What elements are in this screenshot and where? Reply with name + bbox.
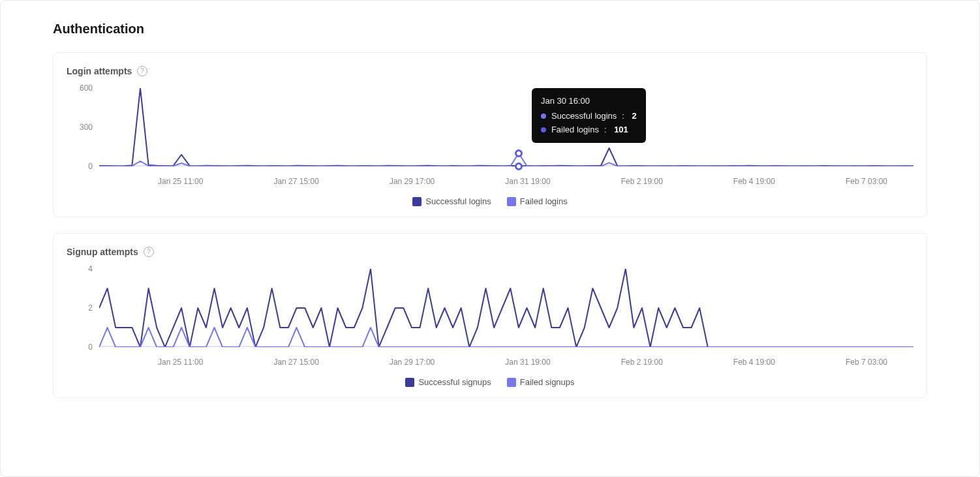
content: Authentication Login attempts ? 600 300 … [1, 1, 979, 435]
x-tick: Feb 4 19:00 [733, 358, 775, 367]
x-axis: Jan 25 11:00 Jan 27 15:00 Jan 29 17:00 J… [99, 177, 913, 186]
legend-item[interactable]: Successful logins [412, 196, 491, 206]
help-icon[interactable]: ? [144, 247, 154, 257]
legend-label: Failed signups [520, 377, 575, 387]
y-tick: 0 [88, 162, 93, 171]
help-icon[interactable]: ? [137, 66, 147, 76]
legend-label: Successful logins [425, 196, 491, 206]
plot-wrap-signups: 4 2 0 [67, 269, 913, 347]
y-tick: 0 [88, 343, 93, 352]
x-tick: Feb 4 19:00 [733, 177, 775, 186]
legend-item[interactable]: Failed signups [507, 377, 575, 387]
x-tick: Jan 27 15:00 [273, 177, 318, 186]
legend-item[interactable]: Failed logins [507, 196, 568, 206]
plot-area[interactable] [99, 88, 913, 166]
y-tick: 2 [88, 303, 93, 313]
card-title: Login attempts [67, 66, 132, 76]
x-tick: Jan 29 17:00 [390, 177, 435, 186]
x-tick: Jan 27 15:00 [273, 358, 318, 367]
x-tick: Jan 29 17:00 [390, 358, 435, 367]
y-tick: 4 [88, 264, 93, 273]
legend-label: Successful signups [418, 377, 491, 387]
legend-swatch [507, 197, 516, 206]
x-tick: Jan 25 11:00 [158, 177, 203, 186]
legend-item[interactable]: Successful signups [405, 377, 491, 387]
plot-wrap-logins: 600 300 0 Jan 30 16:00 Successful logins… [67, 88, 913, 166]
legend-label: Failed logins [520, 196, 568, 206]
legend: Successful logins Failed logins [67, 196, 913, 206]
x-tick: Feb 2 19:00 [621, 177, 663, 186]
y-tick: 600 [80, 84, 93, 93]
x-tick: Jan 31 19:00 [505, 358, 550, 367]
legend-swatch [405, 378, 414, 387]
x-tick: Feb 7 03:00 [846, 358, 887, 367]
legend-swatch [507, 378, 516, 387]
legend-swatch [412, 197, 421, 206]
dashboard-frame: Authentication Login attempts ? 600 300 … [0, 0, 980, 477]
login-attempts-card: Login attempts ? 600 300 0 Jan 30 16:00 … [53, 52, 927, 217]
card-header: Login attempts ? [67, 66, 913, 76]
x-tick: Feb 7 03:00 [846, 177, 887, 186]
hover-marker [515, 162, 523, 170]
y-tick: 300 [80, 123, 93, 132]
plot-area[interactable] [99, 269, 913, 347]
y-axis: 4 2 0 [67, 269, 95, 347]
legend: Successful signups Failed signups [67, 377, 913, 387]
card-header: Signup attempts ? [67, 247, 913, 257]
x-tick: Jan 25 11:00 [158, 358, 203, 367]
y-axis: 600 300 0 [67, 88, 95, 166]
page-title: Authentication [53, 22, 927, 37]
x-tick: Feb 2 19:00 [621, 358, 663, 367]
signup-attempts-card: Signup attempts ? 4 2 0 Jan 25 11:00 Jan… [53, 233, 927, 398]
card-title: Signup attempts [67, 247, 138, 257]
hover-marker [515, 149, 523, 157]
x-tick: Jan 31 19:00 [505, 177, 550, 186]
x-axis: Jan 25 11:00 Jan 27 15:00 Jan 29 17:00 J… [99, 358, 913, 367]
